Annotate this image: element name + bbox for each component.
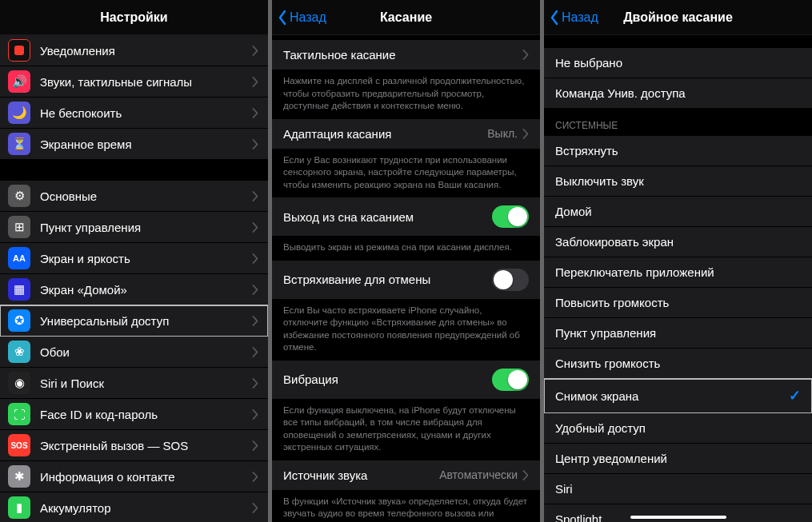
general-icon: ⚙ [8, 185, 30, 207]
footer-text: Выводить экран из режима сна при касании… [272, 237, 540, 261]
settings-row-control-center[interactable]: ⊞Пункт управления [0, 212, 268, 243]
settings-screen: Настройки Уведомления🔊Звуки, тактильные … [0, 0, 268, 522]
settings-row-faceid[interactable]: ⛶Face ID и код-пароль [0, 399, 268, 430]
option-label: Снимок экрана [555, 389, 789, 403]
siri-icon: ◉ [8, 372, 30, 394]
settings-row-accessibility[interactable]: ✪Универсальный доступ [0, 305, 268, 337]
row-label: Выход из сна касанием [283, 210, 492, 224]
option-label: Встряхнуть [555, 144, 801, 157]
settings-row-notifications[interactable]: Уведомления [0, 35, 268, 66]
row-label: Обои [40, 345, 252, 359]
back-label: Назад [290, 10, 326, 25]
back-button[interactable]: Назад [549, 0, 598, 35]
settings-row-home-screen[interactable]: ▦Экран «Домой» [0, 274, 268, 305]
row-value: Выкл. [487, 127, 518, 140]
row-touch-accommodations[interactable]: Адаптация касанияВыкл. [272, 119, 540, 149]
option-label: Команда Унив. доступа [555, 86, 801, 100]
option-shake[interactable]: Встряхнуть [544, 136, 812, 166]
footer-text: Если Вы часто встряхиваете iPhone случай… [272, 300, 540, 361]
sounds-icon: 🔊 [8, 70, 30, 93]
touch-settings-list[interactable]: Тактильное касаниеНажмите на дисплей с р… [272, 35, 540, 522]
page-title: Двойное касание [623, 10, 733, 25]
row-label: Не беспокоить [40, 106, 252, 120]
row-label: Face ID и код-пароль [40, 408, 252, 421]
option-volume-up[interactable]: Повысить громкость [544, 288, 812, 318]
row-label: Аккумулятор [40, 501, 252, 515]
chevron-right-icon [252, 285, 258, 295]
settings-row-sounds[interactable]: 🔊Звуки, тактильные сигналы [0, 66, 268, 98]
chevron-right-icon [252, 191, 258, 201]
option-mute[interactable]: Выключить звук [544, 166, 812, 197]
screen-time-icon: ⏳ [8, 133, 30, 155]
row-label: Вибрация [283, 373, 492, 386]
shake-to-undo-toggle[interactable] [492, 269, 529, 291]
chevron-right-icon [252, 108, 258, 118]
back-button[interactable]: Назад [277, 0, 326, 35]
row-label: Основные [40, 189, 252, 203]
row-value: Автоматически [439, 468, 518, 481]
settings-row-siri[interactable]: ◉Siri и Поиск [0, 368, 268, 399]
chevron-left-icon [277, 10, 288, 26]
footer-text: Если функция выключена, на iPhone будут … [272, 400, 540, 460]
wallpaper-icon: ❀ [8, 341, 30, 363]
settings-row-sos[interactable]: SOSЭкстренный вызов — SOS [0, 430, 268, 461]
row-label: Источник звука [283, 468, 439, 482]
back-label: Назад [562, 10, 598, 25]
option-label: Siri [555, 482, 801, 496]
control-center-icon: ⊞ [8, 216, 30, 238]
chevron-right-icon [522, 129, 529, 139]
option-label: Не выбрано [555, 56, 801, 70]
chevron-right-icon [522, 470, 529, 480]
footer-text: Если у Вас возникают трудности при испол… [272, 149, 540, 198]
row-shake-to-undo: Встряхивание для отмены [272, 261, 540, 300]
row-vibration: Вибрация [272, 361, 540, 400]
settings-row-battery[interactable]: ▮Аккумулятор [0, 492, 268, 522]
vibration-toggle[interactable] [492, 369, 529, 391]
option-accessibility-shortcut[interactable]: Команда Унив. доступа [544, 78, 812, 109]
option-spotlight[interactable]: Spotlight [544, 504, 812, 522]
settings-row-general[interactable]: ⚙Основные [0, 181, 268, 212]
tap-to-wake-toggle[interactable] [492, 205, 529, 228]
settings-list[interactable]: Уведомления🔊Звуки, тактильные сигналы🌙Не… [0, 35, 268, 522]
home-indicator [630, 516, 726, 519]
home-screen-icon: ▦ [8, 278, 30, 301]
row-label: Экранное время [40, 137, 252, 151]
option-home[interactable]: Домой [544, 197, 812, 227]
option-app-switcher[interactable]: Переключатель приложений [544, 257, 812, 288]
option-notification-center[interactable]: Центр уведомлений [544, 444, 812, 474]
settings-row-screen-time[interactable]: ⏳Экранное время [0, 129, 268, 160]
chevron-right-icon [252, 472, 258, 482]
row-label: Универсальный доступ [40, 314, 252, 328]
chevron-right-icon [252, 222, 258, 233]
checkmark-icon: ✓ [789, 387, 801, 404]
section-header-system: СИСТЕМНЫЕ [544, 109, 812, 136]
settings-row-display[interactable]: AAЭкран и яркость [0, 243, 268, 274]
settings-row-do-not-disturb[interactable]: 🌙Не беспокоить [0, 98, 268, 129]
row-haptic-touch[interactable]: Тактильное касание [272, 40, 540, 70]
option-volume-down[interactable]: Снизить громкость [544, 349, 812, 379]
option-screenshot[interactable]: Снимок экрана✓ [544, 379, 812, 413]
option-lock[interactable]: Заблокировать экран [544, 227, 812, 257]
row-label: Экстренный вызов — SOS [40, 439, 252, 452]
touch-screen: Назад Касание Тактильное касаниеНажмите … [272, 0, 540, 522]
option-reachability[interactable]: Удобный доступ [544, 413, 812, 444]
chevron-right-icon [252, 139, 258, 149]
row-label: Уведомления [40, 44, 252, 58]
header: Назад Двойное касание [544, 0, 812, 35]
row-label: Встряхивание для отмены [283, 273, 492, 286]
option-control-center[interactable]: Пункт управления [544, 318, 812, 349]
row-audio-routing[interactable]: Источник звукаАвтоматически [272, 460, 540, 491]
row-label: Звуки, тактильные сигналы [40, 75, 252, 89]
double-tap-screen: Назад Двойное касание Не выбраноКоманда … [544, 0, 812, 522]
settings-row-contact-info[interactable]: ✱Информация о контакте [0, 461, 268, 492]
row-label: Адаптация касания [283, 127, 487, 141]
faceid-icon: ⛶ [8, 403, 30, 425]
option-siri[interactable]: Siri [544, 474, 812, 504]
option-label: Домой [555, 205, 801, 218]
double-tap-list[interactable]: Не выбраноКоманда Унив. доступаСИСТЕМНЫЕ… [544, 35, 812, 522]
page-title: Настройки [100, 10, 167, 25]
chevron-right-icon [252, 46, 258, 56]
option-none[interactable]: Не выбрано [544, 48, 812, 78]
settings-row-wallpaper[interactable]: ❀Обои [0, 337, 268, 368]
chevron-right-icon [252, 347, 258, 357]
